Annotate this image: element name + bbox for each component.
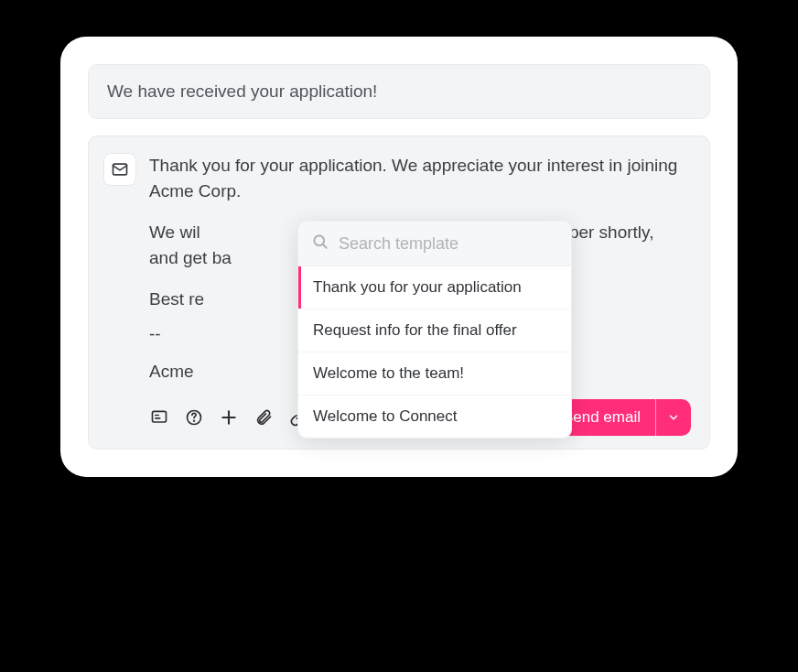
search-icon <box>311 233 329 255</box>
template-search-row <box>298 222 571 266</box>
compose-card: We have received your application! Thank… <box>60 37 738 477</box>
template-item-label: Request info for the final offer <box>313 321 517 339</box>
svg-rect-3 <box>153 411 167 422</box>
template-item-request-info[interactable]: Request info for the final offer <box>298 309 571 352</box>
svg-point-5 <box>194 420 195 421</box>
template-search-input[interactable] <box>339 234 558 254</box>
svg-line-2 <box>323 244 327 248</box>
email-editor: Thank you for your application. We appre… <box>88 135 710 450</box>
attachment-icon[interactable] <box>253 407 274 428</box>
template-item-welcome-team[interactable]: Welcome to the team! <box>298 352 571 396</box>
template-item-welcome-connect[interactable]: Welcome to Connect <box>298 396 571 438</box>
subject-text: We have received your application! <box>107 81 377 101</box>
subject-field[interactable]: We have received your application! <box>88 64 710 119</box>
template-item-label: Welcome to the team! <box>313 364 464 382</box>
plus-icon[interactable] <box>219 407 239 428</box>
formatting-icon[interactable] <box>149 407 169 428</box>
template-item-label: Welcome to Connect <box>313 407 457 425</box>
help-icon[interactable] <box>184 407 204 428</box>
body-paragraph-1: Thank you for your application. We appre… <box>149 153 685 203</box>
template-item-thank-you[interactable]: Thank you for your application <box>298 266 571 309</box>
send-email-dropdown[interactable] <box>655 399 691 436</box>
template-popover: Thank you for your application Request i… <box>297 221 572 439</box>
template-item-label: Thank you for your application <box>313 278 522 296</box>
mail-icon <box>103 153 136 186</box>
